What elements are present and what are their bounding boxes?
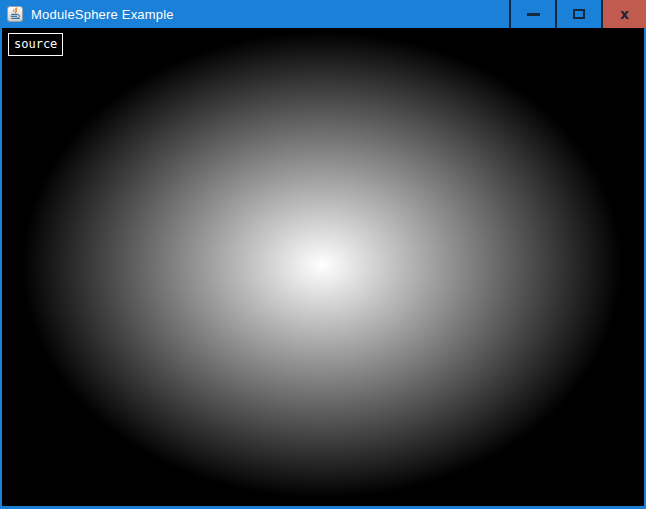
render-canvas[interactable]: source <box>2 28 644 506</box>
maximize-icon <box>573 9 585 19</box>
close-button[interactable]: x <box>601 0 646 28</box>
source-button[interactable]: source <box>8 33 63 56</box>
window-title: ModuleSphere Example <box>31 7 174 22</box>
maximize-button[interactable] <box>555 0 601 28</box>
titlebar[interactable]: ModuleSphere Example x <box>0 0 646 28</box>
window-controls: x <box>509 0 646 28</box>
app-window: ModuleSphere Example x source <box>0 0 646 509</box>
minimize-icon <box>527 13 540 16</box>
minimize-button[interactable] <box>509 0 555 28</box>
close-icon: x <box>620 7 629 21</box>
java-coffee-cup-icon <box>7 6 23 22</box>
